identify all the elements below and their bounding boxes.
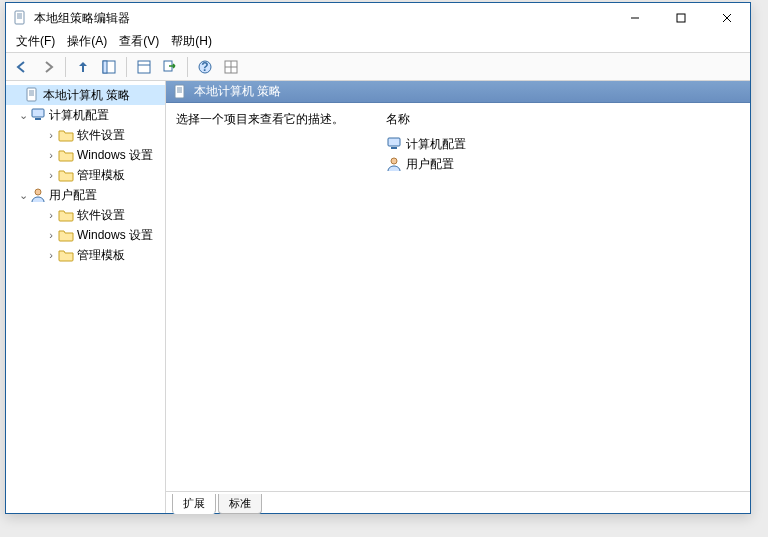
tree-label: 软件设置: [77, 127, 125, 144]
expand-icon[interactable]: ›: [44, 209, 58, 221]
collapse-icon[interactable]: ⌄: [16, 109, 30, 122]
tree-label: Windows 设置: [77, 147, 153, 164]
list-item-user[interactable]: 用户配置: [386, 154, 740, 174]
expand-icon[interactable]: ›: [44, 249, 58, 261]
details-title: 本地计算机 策略: [194, 83, 281, 100]
tree-label: 用户配置: [49, 187, 97, 204]
up-button[interactable]: [71, 56, 95, 78]
list-item-computer[interactable]: 计算机配置: [386, 134, 740, 154]
tree-label: Windows 设置: [77, 227, 153, 244]
toolbar-separator: [65, 57, 66, 77]
folder-icon: [58, 247, 74, 263]
app-window: 本地组策略编辑器 文件(F) 操作(A) 查看(V) 帮助(H) 本地计算机: [5, 2, 751, 514]
tab-strip: 扩展 标准: [166, 491, 750, 513]
user-icon: [386, 156, 402, 172]
list-item-label: 用户配置: [406, 156, 454, 173]
folder-icon: [58, 127, 74, 143]
tree-windows-settings[interactable]: › Windows 设置: [6, 145, 165, 165]
toolbar: [6, 53, 750, 81]
tree-label: 软件设置: [77, 207, 125, 224]
window-title: 本地组策略编辑器: [34, 10, 612, 27]
tree-software-settings[interactable]: › 软件设置: [6, 125, 165, 145]
show-tree-button[interactable]: [97, 56, 121, 78]
tree-software-settings[interactable]: › 软件设置: [6, 205, 165, 225]
help-button[interactable]: [193, 56, 217, 78]
properties-button[interactable]: [132, 56, 156, 78]
minimize-button[interactable]: [612, 3, 658, 33]
menu-action[interactable]: 操作(A): [67, 33, 107, 50]
menu-bar: 文件(F) 操作(A) 查看(V) 帮助(H): [6, 33, 750, 53]
export-button[interactable]: [158, 56, 182, 78]
maximize-button[interactable]: [658, 3, 704, 33]
folder-icon: [58, 227, 74, 243]
tree-label: 管理模板: [77, 167, 125, 184]
tree-admin-templates[interactable]: › 管理模板: [6, 245, 165, 265]
tree-admin-templates[interactable]: › 管理模板: [6, 165, 165, 185]
computer-icon: [30, 107, 46, 123]
document-icon: [24, 87, 40, 103]
document-icon: [172, 84, 188, 100]
details-pane: 本地计算机 策略 选择一个项目来查看它的描述。 名称 计算机配置 用户配置: [166, 81, 750, 513]
menu-file[interactable]: 文件(F): [16, 33, 55, 50]
folder-icon: [58, 207, 74, 223]
column-header-name[interactable]: 名称: [386, 111, 740, 128]
app-icon: [12, 10, 28, 26]
folder-icon: [58, 147, 74, 163]
menu-help[interactable]: 帮助(H): [171, 33, 212, 50]
tree-windows-settings[interactable]: › Windows 设置: [6, 225, 165, 245]
tree-root[interactable]: 本地计算机 策略: [6, 85, 165, 105]
tree-pane: 本地计算机 策略 ⌄ 计算机配置 › 软件设置 › Windows 设置 › 管…: [6, 81, 166, 513]
tree-computer-config[interactable]: ⌄ 计算机配置: [6, 105, 165, 125]
window-controls: [612, 3, 750, 33]
toolbar-separator: [187, 57, 188, 77]
expand-icon[interactable]: ›: [44, 229, 58, 241]
content-area: 本地计算机 策略 ⌄ 计算机配置 › 软件设置 › Windows 设置 › 管…: [6, 81, 750, 513]
list-item-label: 计算机配置: [406, 136, 466, 153]
view-button[interactable]: [219, 56, 243, 78]
tree-label: 管理模板: [77, 247, 125, 264]
forward-button[interactable]: [36, 56, 60, 78]
expand-icon[interactable]: ›: [44, 169, 58, 181]
expand-icon[interactable]: ›: [44, 129, 58, 141]
tree-label: 计算机配置: [49, 107, 109, 124]
details-header: 本地计算机 策略: [166, 81, 750, 103]
details-body: 选择一个项目来查看它的描述。 名称 计算机配置 用户配置: [166, 103, 750, 491]
description-text: 选择一个项目来查看它的描述。: [176, 111, 356, 483]
collapse-icon[interactable]: ⌄: [16, 189, 30, 202]
folder-icon: [58, 167, 74, 183]
close-button[interactable]: [704, 3, 750, 33]
back-button[interactable]: [10, 56, 34, 78]
computer-icon: [386, 136, 402, 152]
toolbar-separator: [126, 57, 127, 77]
title-bar: 本地组策略编辑器: [6, 3, 750, 33]
tab-extended[interactable]: 扩展: [172, 494, 216, 514]
item-list: 名称 计算机配置 用户配置: [386, 111, 740, 483]
tree-label: 本地计算机 策略: [43, 87, 130, 104]
user-icon: [30, 187, 46, 203]
menu-view[interactable]: 查看(V): [119, 33, 159, 50]
expand-icon[interactable]: ›: [44, 149, 58, 161]
svg-rect-18: [677, 14, 685, 22]
tree-user-config[interactable]: ⌄ 用户配置: [6, 185, 165, 205]
tab-standard[interactable]: 标准: [218, 494, 262, 514]
